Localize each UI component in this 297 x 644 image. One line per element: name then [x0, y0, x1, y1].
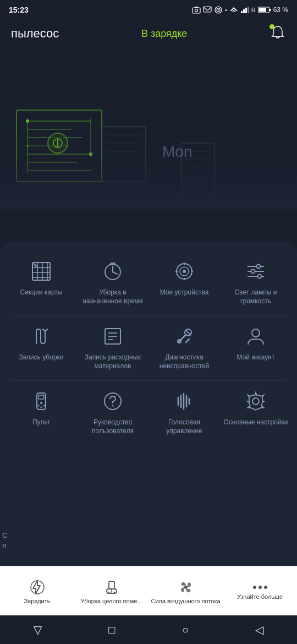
menu-row-1: Секции карты Уборка в назначенное время	[6, 253, 292, 311]
menu-item-my-devices[interactable]: Мои устройства	[148, 253, 220, 311]
menu-item-remote[interactable]: Пульт	[6, 383, 77, 441]
menu-label-consumables: Запись расходных материалов	[79, 353, 146, 370]
svg-rect-15	[270, 9, 271, 11]
network-label: R	[251, 7, 256, 13]
list-icon	[100, 324, 125, 349]
svg-point-97	[252, 398, 259, 405]
svg-point-105	[253, 586, 256, 589]
svg-rect-45	[0, 50, 297, 209]
dot-icon: •	[225, 7, 227, 13]
sliders-icon	[243, 259, 268, 284]
svg-line-53	[32, 263, 37, 268]
svg-point-83	[252, 329, 260, 337]
menu-item-lamp-sound[interactable]: Свет лампы и громкость	[220, 253, 292, 311]
wrench-icon	[172, 324, 197, 349]
menu-label-remote: Пульт	[32, 418, 50, 427]
menu-label-voice: Голосовая управление	[151, 418, 218, 435]
menu-divider-1	[11, 315, 286, 316]
menu-item-settings[interactable]: Основные настройки	[220, 383, 292, 441]
svg-line-58	[113, 272, 117, 274]
status-bar: 15:23 •	[0, 0, 297, 20]
menu-label-user-guide: Руководство пользователя	[79, 418, 146, 435]
svg-line-80	[186, 330, 190, 335]
menu-item-voice[interactable]: Голосовая управление	[148, 383, 220, 441]
menu-label-scheduled: Уборка в назначенное время	[79, 288, 146, 305]
android-nav-back-btn[interactable]: ◁	[255, 623, 263, 636]
message-icon	[203, 6, 212, 14]
menu-item-diagnostics[interactable]: Диагностика неисправностей	[148, 318, 220, 376]
path-icon	[29, 324, 54, 349]
status-icons: • R 63 %	[192, 6, 288, 14]
status-time: 15:23	[9, 6, 29, 14]
svg-point-88	[43, 405, 45, 407]
notifications-button[interactable]	[270, 24, 286, 43]
svg-rect-13	[248, 7, 249, 13]
nav-label-learn-more: Узнайте больше	[237, 593, 283, 601]
menu-divider-2	[11, 380, 286, 381]
svg-point-102	[108, 591, 109, 593]
menu-label-my-devices: Мои устройства	[160, 288, 209, 297]
svg-rect-11	[243, 9, 245, 13]
more-dots-icon	[252, 583, 268, 591]
android-recents-btn[interactable]: □	[108, 624, 115, 636]
svg-point-73	[258, 275, 262, 279]
map-area: Mon	[0, 50, 297, 209]
menu-item-scheduled[interactable]: Уборка в назначенное время	[77, 253, 148, 311]
menu-item-consumables[interactable]: Запись расходных материалов	[77, 318, 148, 376]
wifi-icon	[229, 6, 238, 14]
svg-point-72	[251, 270, 255, 274]
notification-dot	[270, 24, 274, 29]
nav-item-learn-more[interactable]: Узнайте больше	[223, 583, 297, 601]
help-icon	[100, 389, 125, 414]
user-icon	[243, 324, 268, 349]
top-header: пылесос В зарядке	[0, 20, 297, 50]
svg-rect-2	[195, 7, 198, 8]
battery-label: 63 %	[273, 6, 288, 14]
menu-row-2: Запись уборки Запись расходных материало…	[6, 318, 292, 376]
menu-label-account: Мой аккаунт	[237, 353, 275, 362]
map-svg: Mon	[0, 50, 297, 209]
android-back-btn[interactable]: ▽	[34, 623, 42, 636]
menu-item-map-sections[interactable]: Секции карты	[6, 253, 77, 311]
svg-point-106	[258, 586, 262, 589]
svg-line-82	[186, 339, 189, 342]
svg-point-104	[184, 586, 188, 589]
android-home-btn[interactable]: ○	[182, 624, 189, 636]
svg-point-103	[113, 591, 115, 593]
nav-label-full-clean: Уборка целого поме...	[81, 598, 142, 605]
menu-label-diagnostics: Диагностика неисправностей	[151, 353, 218, 370]
svg-point-1	[195, 9, 198, 12]
svg-rect-12	[245, 8, 247, 13]
svg-rect-3	[204, 7, 211, 12]
nav-item-airflow[interactable]: Сила воздушного потока	[148, 579, 223, 605]
nav-item-full-clean[interactable]: Уборка целого поме...	[74, 579, 148, 605]
menu-item-account[interactable]: Мой аккаунт	[220, 318, 292, 376]
menu-label-map-sections: Секции карты	[20, 288, 63, 297]
menu-row-3: Пульт Руководство пользователя	[6, 383, 292, 441]
svg-rect-99	[109, 581, 114, 589]
battery-icon	[258, 6, 271, 14]
svg-rect-0	[193, 8, 200, 13]
nav-label-airflow: Сила воздушного потока	[151, 598, 220, 605]
menu-panel: Секции карты Уборка в назначенное время	[0, 242, 297, 567]
svg-rect-16	[259, 8, 266, 12]
signal-icon	[240, 6, 249, 14]
charge-icon	[29, 579, 46, 596]
menu-item-user-guide[interactable]: Руководство пользователя	[77, 383, 148, 441]
svg-point-87	[38, 405, 40, 407]
svg-point-71	[257, 265, 261, 269]
svg-point-86	[40, 402, 42, 404]
nav-item-charge[interactable]: Зарядить	[0, 579, 74, 605]
svg-rect-85	[38, 395, 44, 399]
target-status-icon	[214, 6, 223, 14]
edge-text: С я	[0, 531, 9, 550]
clock-icon	[100, 259, 125, 284]
settings-gear-icon	[243, 389, 268, 414]
device-target-icon	[172, 259, 197, 284]
menu-item-cleaning-record[interactable]: Запись уборки	[6, 318, 77, 376]
vacuum-icon	[103, 579, 120, 596]
app-title: пылесос	[11, 26, 59, 41]
svg-point-6	[218, 9, 219, 10]
fan-icon	[178, 579, 194, 596]
menu-label-lamp-sound: Свет лампы и громкость	[222, 288, 289, 305]
